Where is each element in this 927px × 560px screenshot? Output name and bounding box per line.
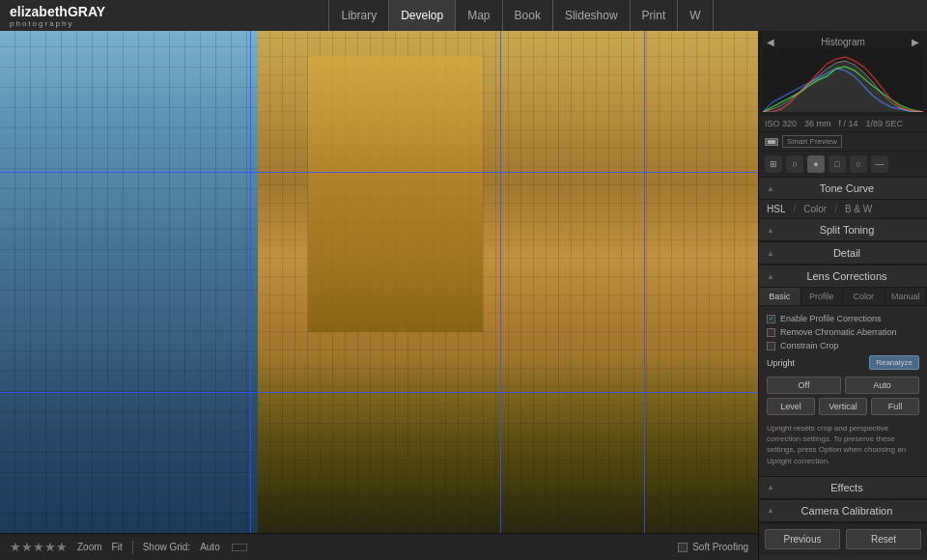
logo-sub: photography	[10, 19, 105, 28]
histogram-title: Histogram	[821, 37, 865, 47]
soft-proof-row: Soft Proofing	[678, 542, 748, 552]
tone-curve-header[interactable]: ▲ Tone Curve	[759, 178, 927, 200]
shutter-speed: 1/89 SEC	[866, 119, 904, 128]
split-toning-arrow: ▲	[767, 226, 774, 235]
nav-print[interactable]: Print	[631, 0, 679, 31]
remove-aberration-label: Remove Chromatic Aberration	[780, 327, 897, 337]
calibration-arrow: ▲	[767, 506, 774, 515]
detail-title: Detail	[774, 247, 919, 259]
effects-section: ▲ Effects	[759, 476, 927, 499]
detail-arrow: ▲	[767, 249, 774, 258]
main-nav: Library Develop Map Book Slideshow Print…	[125, 0, 917, 31]
previous-button[interactable]: Previous	[765, 529, 840, 549]
lens-tab-color[interactable]: Color	[843, 288, 885, 305]
camera-info-row: ISO 320 36 mm f / 14 1/89 SEC	[759, 116, 927, 131]
lens-tab-manual[interactable]: Manual	[885, 288, 928, 305]
detail-section: ▲ Detail	[759, 241, 927, 265]
smart-preview-icon	[765, 138, 778, 146]
remove-aberration-checkbox[interactable]	[767, 328, 775, 337]
histogram-tool[interactable]: ⊞	[765, 155, 782, 173]
tab-bw[interactable]: B & W	[845, 204, 872, 214]
tone-curve-title: Tone Curve	[774, 182, 919, 194]
camera-calibration-section: ▲ Camera Calibration	[759, 499, 927, 522]
image-area[interactable]	[0, 31, 758, 533]
star-rating[interactable]: ★★★★★	[10, 540, 68, 554]
enable-profile-checkbox[interactable]: ✓	[767, 315, 775, 323]
lens-corrections-section: ▲ Lens Corrections Basic Profile Color M…	[759, 265, 927, 476]
lens-tab-basic[interactable]: Basic	[759, 288, 801, 305]
nav-develop[interactable]: Develop	[389, 0, 456, 31]
remove-aberration-row: Remove Chromatic Aberration	[767, 325, 919, 339]
split-toning-section: ▲ Split Toning	[759, 218, 927, 241]
nav-book[interactable]: Book	[503, 0, 553, 31]
gradient-tool[interactable]: —	[871, 155, 888, 173]
spot-tool[interactable]: ●	[807, 155, 825, 173]
brush-tool[interactable]: ○	[850, 155, 867, 173]
tone-curve-section: ▲ Tone Curve HSL / Color / B & W	[759, 177, 927, 218]
off-button[interactable]: Off	[767, 377, 841, 394]
lens-corrections-header[interactable]: ▲ Lens Corrections	[759, 266, 927, 288]
image-panel: ★★★★★ Zoom Fit Show Grid: Auto Soft Proo…	[0, 31, 758, 560]
effects-header[interactable]: ▲ Effects	[759, 477, 927, 499]
nav-map[interactable]: Map	[456, 0, 502, 31]
lens-tab-profile[interactable]: Profile	[801, 288, 844, 305]
soft-proof-checkbox[interactable]	[678, 543, 688, 552]
vertical-button[interactable]: Vertical	[819, 398, 867, 415]
auto-button[interactable]: Auto	[845, 377, 919, 394]
constrain-crop-row: Constrain Crop	[767, 339, 919, 352]
zoom-label: Zoom	[77, 542, 102, 552]
app-logo: elizabethGRAY photography	[10, 4, 105, 28]
focal-length: 36 mm	[804, 119, 831, 128]
show-grid-label: Show Grid:	[143, 542, 190, 552]
constrain-crop-checkbox[interactable]	[767, 342, 775, 350]
histogram-header: ◀ Histogram ▶	[763, 35, 923, 49]
effects-arrow: ▲	[767, 483, 774, 491]
auto-label[interactable]: Auto	[200, 542, 220, 552]
histogram-arrow-left[interactable]: ◀	[767, 37, 774, 47]
histogram-arrow-right[interactable]: ▶	[912, 37, 919, 47]
split-toning-header[interactable]: ▲ Split Toning	[759, 219, 927, 241]
level-button[interactable]: Level	[767, 398, 815, 415]
redeye-tool[interactable]: □	[829, 155, 846, 173]
tab-color[interactable]: Color	[803, 204, 827, 214]
aperture-value: f / 14	[839, 119, 858, 128]
soft-proof-label: Soft Proofing	[692, 542, 748, 552]
iso-value: ISO 320	[765, 119, 797, 128]
nav-slideshow[interactable]: Slideshow	[553, 0, 631, 31]
split-toning-title: Split Toning	[774, 224, 919, 236]
crop-tool[interactable]: ○	[786, 155, 803, 173]
constrain-crop-label: Constrain Crop	[780, 341, 839, 350]
upright-btns: Reanalyze	[869, 355, 919, 370]
reanalyze-button[interactable]: Reanalyze	[869, 355, 919, 370]
main-content: ★★★★★ Zoom Fit Show Grid: Auto Soft Proo…	[0, 31, 927, 560]
bottom-bar: ★★★★★ Zoom Fit Show Grid: Auto Soft Proo…	[0, 533, 758, 560]
tone-curve-arrow: ▲	[767, 184, 774, 193]
logo-main: elizabethGRAY	[10, 4, 105, 19]
lens-tabs: Basic Profile Color Manual	[759, 288, 927, 306]
panel-bottom-buttons: Previous Reset	[759, 522, 927, 555]
upright-info-text: Upright resets crop and perspective corr…	[767, 419, 919, 470]
tone-curve-tabs: HSL / Color / B & W	[759, 200, 927, 218]
level-vertical-full-row: Level Vertical Full	[767, 398, 919, 415]
detail-header[interactable]: ▲ Detail	[759, 242, 927, 265]
tab-hsl[interactable]: HSL	[767, 204, 785, 214]
smart-preview-label[interactable]: Smart Preview	[782, 135, 842, 148]
full-button[interactable]: Full	[871, 398, 919, 415]
histogram-canvas	[763, 49, 923, 112]
grid-toggle[interactable]	[232, 544, 247, 551]
right-panel: ◀ Histogram ▶ ISO 320	[758, 31, 927, 560]
nav-library[interactable]: Library	[328, 0, 389, 31]
enable-profile-row: ✓ Enable Profile Corrections	[767, 312, 919, 325]
top-navigation: elizabethGRAY photography Library Develo…	[0, 0, 927, 31]
lens-arrow: ▲	[767, 272, 774, 281]
histogram-section: ◀ Histogram ▶	[759, 31, 927, 116]
fit-button[interactable]: Fit	[112, 542, 123, 552]
camera-calibration-title: Camera Calibration	[774, 505, 919, 517]
lens-corrections-title: Lens Corrections	[774, 270, 919, 282]
camera-calibration-header[interactable]: ▲ Camera Calibration	[759, 500, 927, 522]
nav-w[interactable]: W	[678, 0, 713, 31]
upright-row: Upright Reanalyze	[767, 352, 919, 373]
off-auto-row: Off Auto	[767, 377, 919, 394]
smart-preview-row: Smart Preview	[759, 131, 927, 151]
reset-button[interactable]: Reset	[846, 529, 921, 549]
